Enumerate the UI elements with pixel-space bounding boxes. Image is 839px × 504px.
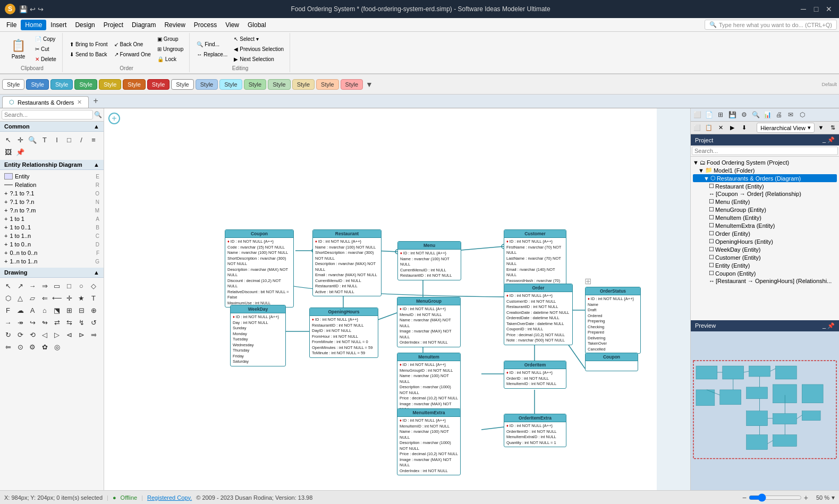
img-tool[interactable]: 🖼 bbox=[2, 146, 14, 158]
entity-openinghours[interactable]: OpeningHours ♦ID : int NOT NULL {A++} Re… bbox=[309, 307, 378, 358]
draw-plus[interactable]: ✛ bbox=[63, 292, 75, 304]
draw-circle[interactable]: ○ bbox=[75, 280, 87, 292]
entity-order[interactable]: Order ♦ID : int NOT NULL {A++} CustomerI… bbox=[504, 284, 573, 345]
entity-coupon[interactable]: Coupon ♦ID : int NOT NULL {A++} Code : n… bbox=[225, 229, 294, 307]
menu-item-insert[interactable]: Insert bbox=[46, 20, 71, 30]
style-flat-white-button[interactable]: Style bbox=[171, 79, 193, 90]
zoom-slider[interactable] bbox=[749, 493, 802, 502]
tab-close-button[interactable]: ✕ bbox=[77, 99, 82, 106]
menu-item-view[interactable]: View bbox=[221, 20, 243, 30]
draw-s16[interactable]: ⟳ bbox=[14, 329, 26, 340]
rt-btn-6[interactable]: 🔍 bbox=[750, 109, 761, 120]
erd-item-g[interactable]: + 1..n to 1..n G bbox=[2, 257, 101, 266]
draw-s11[interactable]: ⇄ bbox=[51, 317, 63, 328]
style-flat-lightg1-button[interactable]: Style bbox=[244, 79, 266, 90]
menu-item-project[interactable]: Project bbox=[99, 20, 128, 30]
draw-s25[interactable]: ⚙ bbox=[27, 341, 38, 353]
tree-entity-menuitemextra[interactable]: ☐ MenuItemExtra (Entity) bbox=[693, 221, 837, 229]
style-flat-green-button[interactable]: Style bbox=[74, 79, 97, 90]
tree-entity-weekday[interactable]: ☐ WeekDay (Entity) bbox=[693, 245, 837, 253]
tree-project[interactable]: ▼ 🗂 Food Ordering System (Project) bbox=[693, 159, 837, 166]
style-flat-yellow-button[interactable]: Style bbox=[99, 79, 121, 90]
draw-s22[interactable]: ⥤ bbox=[88, 329, 99, 340]
erd-item-b[interactable]: + 1 to 0..1 B bbox=[2, 223, 101, 232]
line-tool[interactable]: / bbox=[75, 134, 87, 146]
entity-coupon2[interactable]: Coupon bbox=[585, 353, 638, 371]
delete-button[interactable]: ✕ Delete bbox=[32, 55, 59, 64]
draw-s17[interactable]: ⟲ bbox=[27, 329, 38, 340]
zoom-out-btn[interactable]: − bbox=[742, 493, 747, 502]
draw-arrow4[interactable]: ⇒ bbox=[39, 280, 50, 292]
tree-diagram[interactable]: ▼ ⬡ Restaurants & Orders (Diagram) bbox=[693, 174, 837, 182]
replace-button[interactable]: ↔ Replace... bbox=[194, 50, 230, 59]
send-to-back-button[interactable]: ⬇ Send to Back bbox=[67, 50, 111, 59]
rt-btn-1[interactable]: ⬜ bbox=[692, 109, 702, 120]
draw-arrow3[interactable]: → bbox=[27, 280, 38, 292]
draw-arrow6[interactable]: ⟵ bbox=[51, 292, 63, 304]
next-selection-button[interactable]: ▶ Next Selection bbox=[231, 55, 286, 64]
magnify-tool[interactable]: 🔍 bbox=[27, 134, 38, 146]
sort-btn[interactable]: ⇅ bbox=[827, 123, 838, 132]
draw-s7[interactable]: → bbox=[2, 317, 14, 328]
style-flat-blue-button[interactable]: Style bbox=[26, 79, 48, 90]
entity-weekday[interactable]: WeekDay ♦ID : int NOT NULL {A++} Day : i… bbox=[230, 305, 286, 366]
preview-minimize-icon[interactable]: _ bbox=[823, 322, 826, 329]
common-section-header[interactable]: Common ▲ bbox=[0, 122, 104, 132]
rt2-btn-5[interactable]: ⬇ bbox=[739, 123, 749, 132]
erd-item-relation[interactable]: Relation R bbox=[2, 181, 101, 189]
draw-arrow1[interactable]: ↖ bbox=[2, 280, 14, 292]
tree-rel-coupon-order[interactable]: ↔ [Coupon → Order] (Relationship) bbox=[693, 190, 837, 198]
rt2-btn-4[interactable]: ▶ bbox=[727, 123, 738, 132]
draw-s5[interactable]: ⊟ bbox=[75, 304, 87, 316]
entity-orderitemextra[interactable]: OrderItemExtra ♦ID : int NOT NULL {A++} … bbox=[504, 414, 566, 447]
draw-s2[interactable]: ⌂ bbox=[39, 304, 50, 316]
menu-item-review[interactable]: Review bbox=[160, 20, 189, 30]
style-flat-orange-button[interactable]: Style bbox=[123, 79, 145, 90]
erd-item-entity[interactable]: Entity E bbox=[2, 172, 101, 181]
draw-tri[interactable]: △ bbox=[14, 292, 26, 304]
erd-item-1to1[interactable]: + ?.1 to ?.1 O bbox=[2, 189, 101, 198]
style-flat-cyan-button[interactable]: Style bbox=[50, 79, 73, 90]
undo-quick-btn[interactable]: ↩ bbox=[30, 5, 36, 13]
rt-btn-4[interactable]: 💾 bbox=[727, 109, 738, 120]
draw-s23[interactable]: ⥢ bbox=[2, 341, 14, 353]
rt2-btn-2[interactable]: 📋 bbox=[704, 123, 714, 132]
menu-item-process[interactable]: Process bbox=[190, 20, 221, 30]
rt-btn-8[interactable]: 🖨 bbox=[774, 109, 784, 120]
zoom-dropdown-btn[interactable]: ▾ bbox=[832, 494, 835, 501]
draw-diamond[interactable]: ◇ bbox=[88, 280, 99, 292]
draw-s18[interactable]: ◁ bbox=[39, 329, 50, 340]
tree-entity-openinghours[interactable]: ☐ OpeningHours (Entity) bbox=[693, 237, 837, 245]
tree-entity-menugroup[interactable]: ☐ MenuGroup (Entity) bbox=[693, 206, 837, 213]
select-button[interactable]: ↖ Select ▾ bbox=[231, 35, 286, 44]
draw-s26[interactable]: ✿ bbox=[39, 341, 50, 353]
style-flat-red-button[interactable]: Style bbox=[147, 79, 170, 90]
draw-s24[interactable]: ⊙ bbox=[14, 341, 26, 353]
find-button[interactable]: 🔍 Find... bbox=[194, 40, 230, 49]
draw-s20[interactable]: ⊲ bbox=[63, 329, 75, 340]
list-tool[interactable]: ≡ bbox=[88, 134, 99, 146]
style-flat-lightr-button[interactable]: Style bbox=[341, 79, 363, 90]
erd-item-a[interactable]: + 1 to 1 A bbox=[2, 215, 101, 223]
entity-restaurant[interactable]: Restaurant ♦ID : int NOT NULL {A++} Name… bbox=[312, 229, 382, 296]
draw-s27[interactable]: ◎ bbox=[51, 341, 63, 353]
tree-entity-customer[interactable]: ☐ Customer (Entity) bbox=[693, 253, 837, 261]
draw-s15[interactable]: ↻ bbox=[2, 329, 14, 340]
tab-restaurants-orders[interactable]: ⬡ Restaurants & Orders ✕ bbox=[2, 96, 89, 108]
style-default-button[interactable]: Style bbox=[2, 79, 24, 90]
draw-arrow2[interactable]: ↗ bbox=[14, 280, 26, 292]
view-dropdown[interactable]: Hierarchical View ▾ bbox=[757, 123, 815, 133]
draw-arrow5[interactable]: ⇐ bbox=[39, 292, 50, 304]
style-flat-lightc-button[interactable]: Style bbox=[219, 79, 242, 90]
project-pin-icon[interactable]: 📌 bbox=[827, 136, 835, 143]
note-tool[interactable]: I bbox=[51, 134, 63, 146]
draw-s6[interactable]: ⊕ bbox=[88, 304, 99, 316]
draw-rect2[interactable]: □ bbox=[63, 280, 75, 292]
add-element-icon[interactable]: + bbox=[108, 113, 120, 124]
bring-to-front-button[interactable]: ⬆ Bring to Front bbox=[67, 40, 111, 49]
erd-item-d[interactable]: + 1 to 0..n D bbox=[2, 240, 101, 249]
tree-entity-menuitem[interactable]: ☐ MenuItem (Entity) bbox=[693, 213, 837, 221]
erd-item-f[interactable]: + 0..n to 0..n F bbox=[2, 249, 101, 257]
entity-menugroup[interactable]: MenuGroup ♦ID : int NOT NULL {A++} MenuI… bbox=[397, 297, 461, 347]
prev-selection-button[interactable]: ◀ Previous Selection bbox=[231, 45, 286, 54]
